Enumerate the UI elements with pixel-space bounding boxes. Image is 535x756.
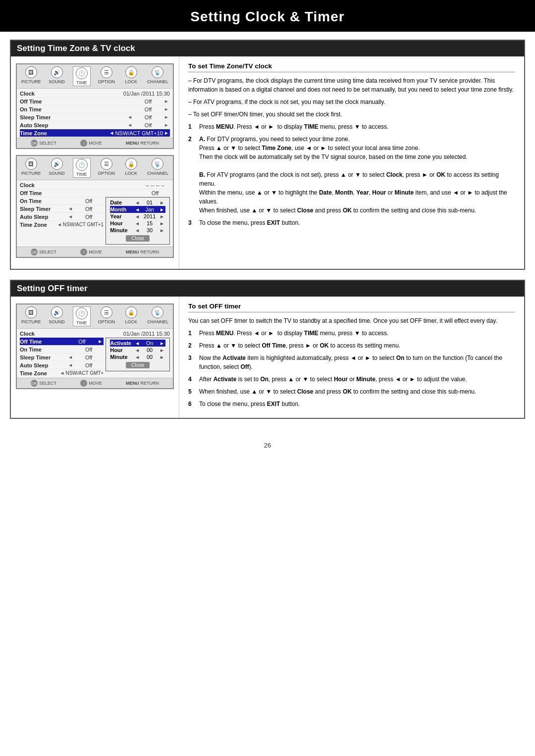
instr-para-3: – To set OFF timer/ON timer, you should … <box>188 110 515 119</box>
tv-footer-2: OK SELECT ↕ MOVE MENU RETURN <box>17 247 173 257</box>
section2-left: 🖼 PICTURE 🔊 SOUND 🕐 TIME ☰ <box>11 297 179 418</box>
submenu-row-year: Year ◄ 2011 ► <box>110 213 165 220</box>
tv-row-timezone: Time Zone ◄ NSW/ACT GMT+10 ► <box>20 129 170 137</box>
tv-submenu-2: Activate ◄ On ► Hour ◄ 00 ► <box>106 338 170 371</box>
section-title-1: Setting Time Zone & TV clock <box>11 41 524 56</box>
tv-icons-row: 🖼 PICTURE 🔊 SOUND 🕐 TIME ☰ <box>17 64 173 89</box>
submenu2-row-minute: Minute ◄ 00 ► <box>110 353 165 360</box>
tv-row-clock: Clock 01/Jan /2011 15:30 <box>20 90 170 98</box>
icon-time-active: 🕐 TIME <box>73 66 91 86</box>
tv-row-ontime: On Time Off ► <box>20 105 170 113</box>
icon-option-3: ☰ OPTION <box>98 306 115 326</box>
step-2-6: 6 To close the menu, press EXIT button. <box>188 400 515 408</box>
tv-icons-row-2: 🖼 PICTURE 🔊 SOUND 🕐 TIME ☰ <box>17 156 173 180</box>
submenu-close: Close <box>126 235 150 242</box>
icon-channel: 📡 CHANNEL <box>147 66 168 86</box>
icon-lock-2: 🔒 LOCK <box>122 158 140 178</box>
submenu-row-hour: Hour ◄ 15 ► <box>110 220 165 227</box>
submenu-row-date: Date ◄ 01 ► <box>110 199 165 206</box>
tv-row-timezone-2: Time Zone ◄ NSW/ACT GMT+1 <box>20 221 104 228</box>
section-title-2: Setting OFF timer <box>11 281 524 297</box>
tv-footer-1: OK SELECT ↕ MOVE MENU RETURN <box>17 138 173 148</box>
icon-picture: 🖼 PICTURE <box>21 66 41 86</box>
icon-time-active-3: 🕐 TIME <box>73 306 91 326</box>
icon-picture-3: 🖼 PICTURE <box>21 306 41 326</box>
tv-row-autosleep-3: Auto Sleep ◄ Off <box>20 361 104 369</box>
tv-menu-rows-1: Clock 01/Jan /2011 15:30 Off Time Off ► … <box>17 89 173 138</box>
icon-option-2: ☰ OPTION <box>98 158 115 178</box>
tv-row-sleeptimer-3: Sleep Timer ◄ Off <box>20 353 104 361</box>
instr-para-off-1: You can set OFF timer to switch the TV t… <box>188 316 515 325</box>
icon-channel-3: 📡 CHANNEL <box>147 306 168 326</box>
tv-row-autosleep: Auto Sleep ◄ Off ► <box>20 121 170 129</box>
page-number: 26 <box>0 437 535 452</box>
submenu2-row-activate: Activate ◄ On ► <box>110 340 165 347</box>
icon-lock: 🔒 LOCK <box>122 66 140 86</box>
icon-picture-2: 🖼 PICTURE <box>21 158 41 178</box>
step-2-2: 2 Press ▲ or ▼ to select Off Time, press… <box>188 341 515 350</box>
tv-submenu-1: Date ◄ 01 ► Month ◄ Jan ► <box>106 197 170 245</box>
tv-row-sleeptimer: Sleep Timer ◄ Off ► <box>20 113 170 121</box>
icon-option: ☰ OPTION <box>98 66 115 86</box>
tv-menu-2: 🖼 PICTURE 🔊 SOUND 🕐 TIME ☰ <box>16 155 174 258</box>
page-title: Setting Clock & Timer <box>190 9 344 24</box>
icon-sound-3: 🔊 SOUND <box>48 306 66 326</box>
tv-footer-3: OK SELECT ↕ MOVE MENU RETURN <box>17 378 173 388</box>
step-1-2: 2 A. For DTV programs, you need to selec… <box>188 135 515 215</box>
tv-row-ontime-2: On Time Off <box>20 197 104 205</box>
icon-sound-2: 🔊 SOUND <box>48 158 66 178</box>
step-1-3: 3 To close the menu, press EXIT button. <box>188 218 515 227</box>
submenu-row-minute: Minute ◄ 30 ► <box>110 227 165 234</box>
tv-menu-rows-3: Clock 01/Jan /2011 15:30 Off Time Off ► <box>17 329 173 378</box>
icon-lock-3: 🔒 LOCK <box>122 306 140 326</box>
tv-icons-row-3: 🖼 PICTURE 🔊 SOUND 🕐 TIME ☰ <box>17 304 173 329</box>
tv-row-offtime: Off Time Off ► <box>20 98 170 105</box>
section1-right: To set Time Zone/TV clock – For DTV prog… <box>179 56 524 269</box>
section-off-timer: Setting OFF timer 🖼 PICTURE 🔊 SOUND <box>10 280 525 419</box>
tv-menu-3: 🖼 PICTURE 🔊 SOUND 🕐 TIME ☰ <box>16 303 174 389</box>
step-2-3: 3 Now the Activate item is highlighted a… <box>188 353 515 371</box>
instr-para-2: – For ATV programs, if the clock is not … <box>188 98 515 106</box>
submenu2-row-hour: Hour ◄ 00 ► <box>110 347 165 353</box>
tv-row-sleeptimer-2: Sleep Timer ◄ Off <box>20 205 104 213</box>
instr-para-1: – For DTV programs, the clock displays t… <box>188 76 515 94</box>
icon-sound: 🔊 SOUND <box>48 66 66 86</box>
section-time-zone: Setting Time Zone & TV clock 🖼 PICTURE 🔊… <box>10 40 525 270</box>
tv-row-clock-2: Clock -- -- -- -- <box>20 181 170 189</box>
instr-title-1: To set Time Zone/TV clock <box>188 62 515 72</box>
submenu-row-month: Month ◄ Jan ► <box>110 206 165 213</box>
submenu2-close: Close <box>126 362 150 368</box>
icon-channel-2: 📡 CHANNEL <box>147 158 168 178</box>
tv-menu-rows-2: Clock -- -- -- -- Off Time Off On Time <box>17 180 173 247</box>
tv-row-clock-3: Clock 01/Jan /2011 15:30 <box>20 330 170 338</box>
tv-row-offtime-3: Off Time Off ► <box>20 338 104 346</box>
tv-row-autosleep-2: Auto Sleep ◄ Off <box>20 213 104 221</box>
tv-row-offtime-2: Off Time Off <box>20 189 170 197</box>
tv-row-ontime-3: On Time Off <box>20 346 104 353</box>
icon-time-active-2: 🕐 TIME <box>73 158 91 178</box>
section1-left: 🖼 PICTURE 🔊 SOUND 🕐 TIME ☰ <box>11 56 179 269</box>
step-1-1: 1 Press MENU. Press ◄ or ► to display TI… <box>188 122 515 131</box>
section2-right: To set OFF timer You can set OFF timer t… <box>179 297 524 418</box>
step-2-1: 1 Press MENU. Press ◄ or ► to display TI… <box>188 329 515 338</box>
tv-row-timezone-3: Time Zone ◄ NSW/ACT GMT+ <box>20 369 104 377</box>
step-2-4: 4 After Activate is set to On, press ▲ o… <box>188 375 515 384</box>
tv-menu-1: 🖼 PICTURE 🔊 SOUND 🕐 TIME ☰ <box>16 63 174 149</box>
page-header: Setting Clock & Timer <box>0 0 535 32</box>
instr-title-2: To set OFF timer <box>188 302 515 312</box>
step-2-5: 5 When finished, use ▲ or ▼ to select Cl… <box>188 387 515 396</box>
